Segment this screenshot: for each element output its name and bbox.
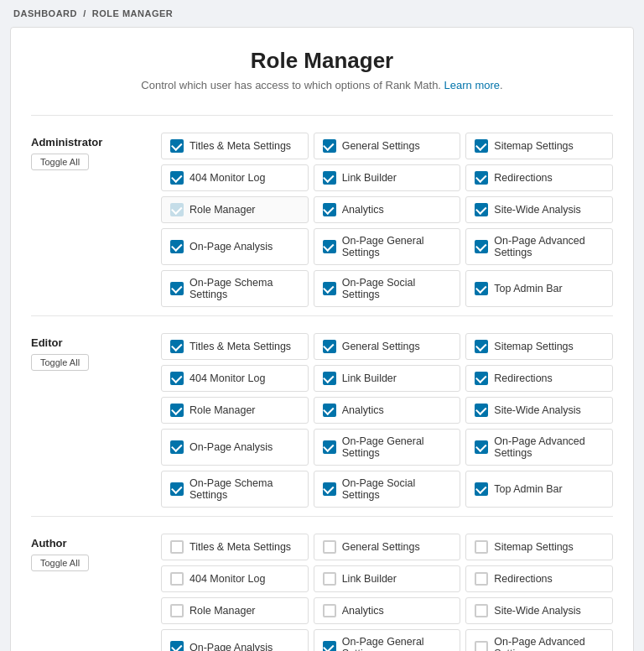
- checkbox-administrator-10[interactable]: [323, 240, 336, 253]
- perm-item-administrator-2[interactable]: Sitemap Settings: [465, 133, 613, 159]
- checkbox-author-8[interactable]: [475, 604, 488, 617]
- perm-label-administrator-12: On-Page Schema Settings: [190, 277, 299, 300]
- perm-item-editor-1[interactable]: General Settings: [314, 333, 461, 360]
- perm-item-editor-13[interactable]: On-Page Social Settings: [314, 471, 461, 508]
- perm-item-editor-8[interactable]: Site-Wide Analysis: [465, 397, 613, 424]
- checkbox-editor-3[interactable]: [170, 372, 184, 385]
- checkbox-editor-8[interactable]: [475, 404, 488, 417]
- perm-item-author-9[interactable]: On-Page Analysis: [161, 629, 309, 651]
- perm-label-administrator-0: Titles & Meta Settings: [190, 140, 291, 152]
- checkbox-editor-13[interactable]: [323, 482, 336, 496]
- checkbox-administrator-2[interactable]: [475, 139, 488, 153]
- perm-label-administrator-10: On-Page General Settings: [342, 235, 452, 258]
- perm-item-administrator-3[interactable]: 404 Monitor Log: [161, 164, 309, 191]
- perm-item-administrator-14[interactable]: Top Admin Bar: [465, 270, 613, 307]
- checkbox-administrator-1[interactable]: [323, 139, 336, 153]
- perm-item-administrator-6[interactable]: Role Manager: [161, 196, 309, 223]
- perm-item-editor-6[interactable]: Role Manager: [161, 397, 309, 424]
- checkbox-administrator-11[interactable]: [475, 240, 488, 253]
- checkbox-author-6[interactable]: [170, 604, 184, 617]
- perm-label-author-10: On-Page General Settings: [342, 636, 452, 651]
- perm-item-administrator-8[interactable]: Site-Wide Analysis: [465, 196, 613, 223]
- perm-item-administrator-0[interactable]: Titles & Meta Settings: [161, 133, 309, 159]
- perm-item-author-4[interactable]: Link Builder: [314, 565, 461, 592]
- checkbox-editor-4[interactable]: [323, 372, 336, 385]
- checkbox-editor-12[interactable]: [170, 482, 184, 496]
- checkbox-administrator-8[interactable]: [475, 203, 488, 216]
- checkbox-editor-9[interactable]: [170, 440, 184, 454]
- perm-item-administrator-1[interactable]: General Settings: [314, 133, 461, 159]
- breadcrumb-dashboard[interactable]: Dashboard: [13, 8, 77, 18]
- perm-item-author-11[interactable]: On-Page Advanced Settings: [465, 629, 613, 651]
- checkbox-author-2[interactable]: [475, 540, 488, 554]
- perm-item-editor-0[interactable]: Titles & Meta Settings: [161, 333, 309, 360]
- perm-item-author-8[interactable]: Site-Wide Analysis: [465, 597, 613, 624]
- perm-item-administrator-10[interactable]: On-Page General Settings: [314, 228, 461, 265]
- role-name-administrator: Administrator: [31, 136, 161, 148]
- checkbox-author-10[interactable]: [323, 641, 336, 651]
- perm-item-editor-2[interactable]: Sitemap Settings: [465, 333, 613, 360]
- perm-item-author-2[interactable]: Sitemap Settings: [465, 534, 613, 560]
- checkbox-author-4[interactable]: [323, 572, 336, 586]
- checkbox-author-1[interactable]: [323, 540, 336, 554]
- checkbox-editor-0[interactable]: [170, 340, 184, 353]
- checkbox-editor-6[interactable]: [170, 404, 184, 417]
- perm-item-editor-9[interactable]: On-Page Analysis: [161, 429, 309, 466]
- checkbox-administrator-9[interactable]: [170, 240, 184, 253]
- checkbox-administrator-6[interactable]: [170, 203, 184, 216]
- perm-item-editor-12[interactable]: On-Page Schema Settings: [161, 471, 309, 508]
- checkbox-administrator-0[interactable]: [170, 139, 184, 153]
- perm-item-editor-7[interactable]: Analytics: [314, 397, 461, 424]
- page-subtitle: Control which user has access to which o…: [31, 79, 613, 91]
- checkbox-author-11[interactable]: [475, 641, 488, 651]
- checkbox-author-0[interactable]: [170, 540, 184, 554]
- checkbox-administrator-14[interactable]: [475, 282, 488, 295]
- checkbox-editor-7[interactable]: [323, 404, 336, 417]
- checkbox-administrator-3[interactable]: [170, 171, 184, 185]
- perm-item-administrator-9[interactable]: On-Page Analysis: [161, 228, 309, 265]
- checkbox-editor-11[interactable]: [475, 440, 488, 454]
- toggle-all-button-editor[interactable]: Toggle All: [31, 354, 89, 371]
- checkbox-author-9[interactable]: [170, 641, 184, 651]
- checkbox-editor-1[interactable]: [323, 340, 336, 353]
- toggle-all-button-author[interactable]: Toggle All: [31, 555, 89, 571]
- perm-item-author-1[interactable]: General Settings: [314, 534, 461, 560]
- perm-label-editor-11: On-Page Advanced Settings: [494, 435, 604, 459]
- perm-item-administrator-13[interactable]: On-Page Social Settings: [314, 270, 461, 307]
- perm-item-author-0[interactable]: Titles & Meta Settings: [161, 534, 309, 560]
- checkbox-administrator-13[interactable]: [323, 282, 336, 295]
- learn-more-link[interactable]: Learn more: [444, 79, 500, 91]
- perm-label-author-4: Link Builder: [342, 573, 397, 585]
- perm-item-administrator-12[interactable]: On-Page Schema Settings: [161, 270, 309, 307]
- perm-item-author-6[interactable]: Role Manager: [161, 597, 309, 624]
- checkbox-editor-10[interactable]: [323, 440, 336, 454]
- perm-item-author-5[interactable]: Redirections: [465, 565, 613, 592]
- checkbox-author-7[interactable]: [323, 604, 336, 617]
- checkbox-administrator-12[interactable]: [170, 282, 184, 295]
- page-title: Role Manager: [31, 48, 613, 74]
- perm-item-editor-10[interactable]: On-Page General Settings: [314, 429, 461, 466]
- perm-item-editor-5[interactable]: Redirections: [465, 365, 613, 392]
- toggle-all-button-administrator[interactable]: Toggle All: [31, 154, 89, 170]
- perm-item-editor-11[interactable]: On-Page Advanced Settings: [465, 429, 613, 466]
- perm-label-editor-1: General Settings: [342, 341, 420, 352]
- checkbox-author-3[interactable]: [170, 572, 184, 586]
- perm-item-administrator-11[interactable]: On-Page Advanced Settings: [465, 228, 613, 265]
- checkbox-administrator-5[interactable]: [475, 171, 488, 185]
- perm-item-editor-4[interactable]: Link Builder: [314, 365, 461, 392]
- perm-item-administrator-4[interactable]: Link Builder: [314, 164, 461, 191]
- perm-item-author-10[interactable]: On-Page General Settings: [314, 629, 461, 651]
- perm-item-administrator-7[interactable]: Analytics: [314, 196, 461, 223]
- perm-item-author-7[interactable]: Analytics: [314, 597, 461, 624]
- perm-item-editor-14[interactable]: Top Admin Bar: [465, 471, 613, 508]
- checkbox-administrator-4[interactable]: [323, 171, 336, 185]
- perm-item-administrator-5[interactable]: Redirections: [465, 164, 613, 191]
- checkbox-editor-2[interactable]: [475, 340, 488, 353]
- checkbox-administrator-7[interactable]: [323, 203, 336, 216]
- checkbox-author-5[interactable]: [475, 572, 488, 586]
- checkbox-editor-14[interactable]: [475, 482, 488, 496]
- checkbox-editor-5[interactable]: [475, 372, 488, 385]
- perm-label-administrator-5: Redirections: [494, 172, 552, 184]
- perm-item-editor-3[interactable]: 404 Monitor Log: [161, 365, 309, 392]
- perm-item-author-3[interactable]: 404 Monitor Log: [161, 565, 309, 592]
